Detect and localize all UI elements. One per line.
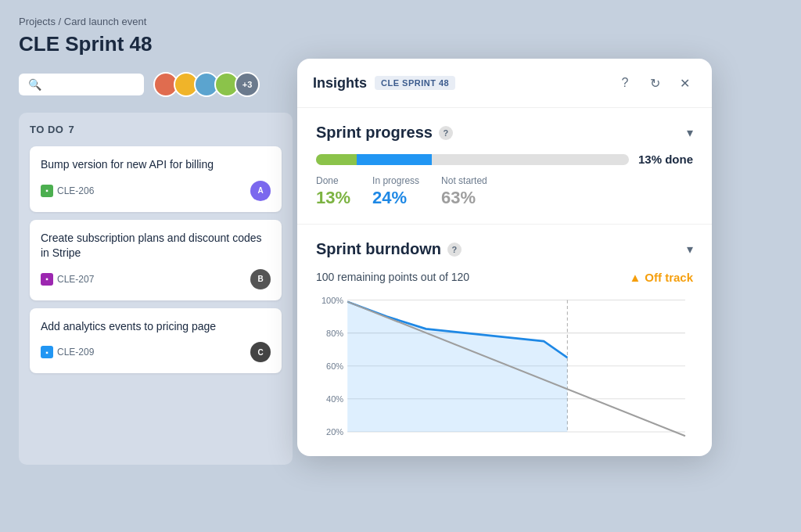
sprint-progress-title: Sprint progress ? <box>316 124 453 142</box>
breadcrumb: Projects / Card launch event <box>19 16 782 27</box>
card-meta: ▪ CLE-209 C <box>41 342 271 362</box>
legend-done-value: 13% <box>316 188 350 208</box>
card-meta: ▪ CLE-206 A <box>41 181 271 201</box>
progress-done <box>316 154 357 165</box>
progress-legend: Done 13% In progress 24% Not started 63% <box>316 175 693 208</box>
svg-text:60%: 60% <box>326 361 343 371</box>
legend-inprogress: In progress 24% <box>372 175 419 208</box>
legend-inprogress-label: In progress <box>372 175 419 186</box>
card-id-icon: ▪ <box>41 346 53 358</box>
page-title: CLE Sprint 48 <box>19 32 782 56</box>
column-label-todo: TO DO <box>30 124 63 135</box>
progress-bar-container: 13% done <box>316 153 693 166</box>
card-assignee-avatar: C <box>250 342 271 362</box>
search-icon: 🔍 <box>28 78 41 91</box>
sprint-burndown-header: Sprint burndown ? ▾ <box>316 240 693 258</box>
card-id-label: CLE-207 <box>57 274 94 285</box>
progress-bar <box>316 154 629 165</box>
sprint-burndown-section: Sprint burndown ? ▾ 100 remaining points… <box>297 225 712 456</box>
legend-notstarted-value: 63% <box>441 188 487 208</box>
card-assignee-avatar: B <box>250 269 271 289</box>
insights-panel: Insights CLE SPRINT 48 ? ↻ ✕ Sprint prog… <box>297 59 712 456</box>
card-meta: ▪ CLE-207 B <box>41 269 271 289</box>
sprint-burndown-chevron[interactable]: ▾ <box>687 242 693 257</box>
insights-header: Insights CLE SPRINT 48 ? ↻ ✕ <box>297 59 712 108</box>
insights-close-button[interactable]: ✕ <box>673 71 696 95</box>
svg-text:100%: 100% <box>321 296 343 305</box>
off-track-badge: ▲ Off track <box>629 271 693 284</box>
progress-summary-label: 13% done <box>638 153 693 166</box>
card-id: ▪ CLE-207 <box>41 273 94 286</box>
burndown-chart-svg: 100% 80% 60% 40% 20% <box>316 292 693 448</box>
sprint-burndown-title: Sprint burndown ? <box>316 240 462 258</box>
svg-text:80%: 80% <box>326 329 343 338</box>
insights-help-button[interactable]: ? <box>613 71 637 95</box>
insights-refresh-button[interactable]: ↻ <box>643 71 666 95</box>
off-track-label: Off track <box>645 271 693 284</box>
card-title: Add analytics events to pricing page <box>41 319 271 335</box>
burndown-chart: 100% 80% 60% 40% 20% <box>316 292 693 448</box>
sprint-progress-header: Sprint progress ? ▾ <box>316 124 693 142</box>
column-count-todo: 7 <box>68 124 74 135</box>
progress-inprogress <box>357 154 432 165</box>
burndown-info: 100 remaining points out of 120 <box>316 269 469 286</box>
sprint-progress-chevron[interactable]: ▾ <box>687 125 693 140</box>
avatar-overflow-count: +3 <box>235 72 260 97</box>
card-title: Create subscription plans and discount c… <box>41 231 271 261</box>
card-id: ▪ CLE-209 <box>41 346 94 358</box>
card-title: Bump version for new API for billing <box>41 157 271 173</box>
insights-badge: CLE SPRINT 48 <box>375 76 455 90</box>
legend-inprogress-value: 24% <box>372 188 419 208</box>
avatar-group: +3 <box>153 72 260 97</box>
insights-header-actions: ? ↻ ✕ <box>613 71 696 95</box>
card-id-icon: ▪ <box>41 273 53 286</box>
card-id: ▪ CLE-206 <box>41 185 94 197</box>
search-box[interactable]: 🔍 <box>19 74 144 95</box>
insights-title: Insights <box>313 75 367 92</box>
svg-text:20%: 20% <box>326 427 343 437</box>
column-header-todo: TO DO 7 <box>30 124 282 135</box>
burndown-meta: 100 remaining points out of 120 ▲ Off tr… <box>316 269 693 286</box>
sprint-progress-help[interactable]: ? <box>439 126 453 140</box>
column-todo: TO DO 7 Bump version for new API for bil… <box>19 113 293 465</box>
warning-icon: ▲ <box>629 271 641 284</box>
sprint-burndown-help[interactable]: ? <box>447 243 462 257</box>
svg-text:40%: 40% <box>326 394 343 404</box>
card-assignee-avatar: A <box>250 181 271 201</box>
card-cle209[interactable]: Add analytics events to pricing page ▪ C… <box>30 308 282 374</box>
card-id-label: CLE-206 <box>57 185 94 196</box>
burndown-area <box>347 302 567 432</box>
card-cle207[interactable]: Create subscription plans and discount c… <box>30 220 282 300</box>
card-id-icon: ▪ <box>41 185 53 197</box>
legend-done: Done 13% <box>316 175 350 208</box>
card-id-label: CLE-209 <box>57 347 94 358</box>
legend-notstarted-label: Not started <box>441 175 487 186</box>
sprint-progress-section: Sprint progress ? ▾ 13% done Done 13% In… <box>297 108 712 225</box>
legend-notstarted: Not started 63% <box>441 175 487 208</box>
card-cle206[interactable]: Bump version for new API for billing ▪ C… <box>30 146 282 212</box>
legend-done-label: Done <box>316 175 350 186</box>
